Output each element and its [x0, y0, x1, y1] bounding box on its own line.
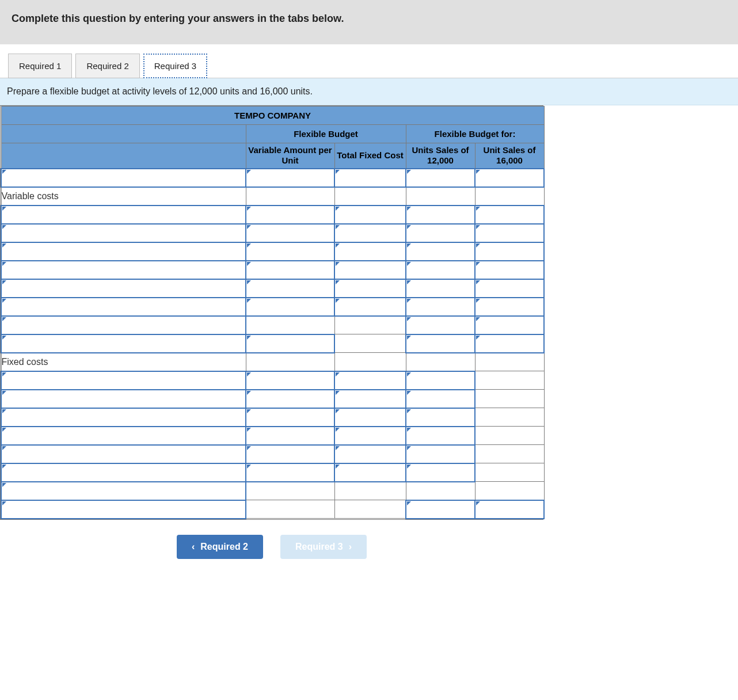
- fixed-costs-label: Fixed costs: [1, 353, 246, 371]
- label-input[interactable]: [1, 206, 246, 224]
- fixed-cost-input[interactable]: [334, 279, 406, 298]
- u12-input[interactable]: [406, 371, 475, 390]
- var-amount-input[interactable]: [246, 445, 334, 463]
- u12-input[interactable]: [406, 261, 475, 279]
- blank-cell: [475, 463, 544, 482]
- blank-cell: [475, 353, 544, 371]
- u16-input[interactable]: [475, 261, 544, 279]
- u12-input[interactable]: [406, 279, 475, 298]
- fixed-cost-input[interactable]: [334, 390, 406, 408]
- chevron-left-icon: ‹: [192, 542, 195, 552]
- var-amount-input[interactable]: [246, 242, 334, 261]
- u12-input[interactable]: [406, 390, 475, 408]
- u16-input[interactable]: [475, 316, 544, 334]
- blank-cell: [246, 500, 334, 519]
- u12-input[interactable]: [406, 316, 475, 334]
- instruction-text: Complete this question by entering your …: [12, 13, 344, 24]
- fixed-cost-input[interactable]: [334, 371, 406, 390]
- u16-input[interactable]: [475, 206, 544, 224]
- blank-cell: [475, 445, 544, 463]
- prev-label: Required 2: [200, 542, 248, 552]
- u16-input[interactable]: [475, 169, 544, 187]
- var-amount-input[interactable]: [246, 224, 334, 242]
- budget-sheet: TEMPO COMPANY Flexible Budget Flexible B…: [0, 105, 543, 520]
- label-input[interactable]: [1, 261, 246, 279]
- var-amount-input[interactable]: [246, 334, 334, 353]
- blank-cell: [475, 427, 544, 445]
- u12-input[interactable]: [406, 427, 475, 445]
- label-input[interactable]: [1, 316, 246, 334]
- u16-input[interactable]: [475, 298, 544, 316]
- label-input[interactable]: [1, 408, 246, 427]
- u12-input[interactable]: [406, 500, 475, 519]
- blank-cell: [475, 482, 544, 500]
- label-input[interactable]: [1, 224, 246, 242]
- label-input[interactable]: [1, 445, 246, 463]
- var-amount-input[interactable]: [246, 463, 334, 482]
- u12-input[interactable]: [406, 224, 475, 242]
- label-input[interactable]: [1, 371, 246, 390]
- label-input[interactable]: [1, 298, 246, 316]
- label-input[interactable]: [1, 242, 246, 261]
- blank-cell: [406, 187, 475, 206]
- fixed-cost-input[interactable]: [334, 169, 406, 187]
- var-amount-input[interactable]: [246, 261, 334, 279]
- var-amount-input[interactable]: [246, 169, 334, 187]
- label-input[interactable]: [1, 427, 246, 445]
- blank-cell: [246, 353, 334, 371]
- u12-input[interactable]: [406, 445, 475, 463]
- label-input[interactable]: [1, 463, 246, 482]
- blank-cell: [475, 390, 544, 408]
- u12-input[interactable]: [406, 463, 475, 482]
- label-input[interactable]: [1, 334, 246, 353]
- prev-button[interactable]: ‹ Required 2: [177, 535, 263, 559]
- u12-input[interactable]: [406, 408, 475, 427]
- nav-row: ‹ Required 2 Required 3 ›: [0, 520, 543, 579]
- var-amount-input[interactable]: [246, 371, 334, 390]
- u16-input[interactable]: [475, 224, 544, 242]
- u12-input[interactable]: [406, 169, 475, 187]
- fixed-cost-input[interactable]: [334, 445, 406, 463]
- blank-cell: [334, 500, 406, 519]
- next-button[interactable]: Required 3 ›: [280, 535, 367, 559]
- var-amount-input[interactable]: [246, 408, 334, 427]
- fixed-cost-input[interactable]: [334, 224, 406, 242]
- blank-cell: [475, 408, 544, 427]
- label-input[interactable]: [1, 169, 246, 187]
- fixed-cost-input[interactable]: [334, 206, 406, 224]
- label-input[interactable]: [1, 390, 246, 408]
- fixed-cost-input[interactable]: [334, 427, 406, 445]
- u16-input[interactable]: [475, 334, 544, 353]
- fixed-cost-input[interactable]: [334, 261, 406, 279]
- fixed-cost-input[interactable]: [334, 463, 406, 482]
- blank-cell: [334, 482, 406, 500]
- var-amount-input[interactable]: [246, 279, 334, 298]
- var-amount-input[interactable]: [246, 206, 334, 224]
- instruction-bar: Complete this question by entering your …: [0, 0, 738, 45]
- next-label: Required 3: [295, 542, 343, 552]
- u16-input[interactable]: [475, 279, 544, 298]
- label-input[interactable]: [1, 482, 246, 500]
- fixed-cost-input[interactable]: [334, 298, 406, 316]
- tab-required-2[interactable]: Required 2: [75, 54, 139, 78]
- u12-input[interactable]: [406, 242, 475, 261]
- blank-cell: [334, 187, 406, 206]
- blank-cell: [334, 334, 406, 353]
- fixed-cost-input[interactable]: [334, 242, 406, 261]
- u12-input[interactable]: [406, 334, 475, 353]
- u12-input[interactable]: [406, 206, 475, 224]
- var-amount-input[interactable]: [246, 298, 334, 316]
- u16-input[interactable]: [475, 500, 544, 519]
- fixed-cost-input[interactable]: [334, 408, 406, 427]
- label-input[interactable]: [1, 500, 246, 519]
- var-amount-input[interactable]: [246, 390, 334, 408]
- blank-cell: [246, 187, 334, 206]
- tab-required-3[interactable]: Required 3: [143, 54, 207, 78]
- variable-costs-label: Variable costs: [1, 187, 246, 206]
- var-amount-input[interactable]: [246, 427, 334, 445]
- u12-input[interactable]: [406, 298, 475, 316]
- u16-input[interactable]: [475, 242, 544, 261]
- tab-required-1[interactable]: Required 1: [8, 54, 72, 78]
- label-input[interactable]: [1, 279, 246, 298]
- prompt-bar: Prepare a flexible budget at activity le…: [0, 78, 738, 105]
